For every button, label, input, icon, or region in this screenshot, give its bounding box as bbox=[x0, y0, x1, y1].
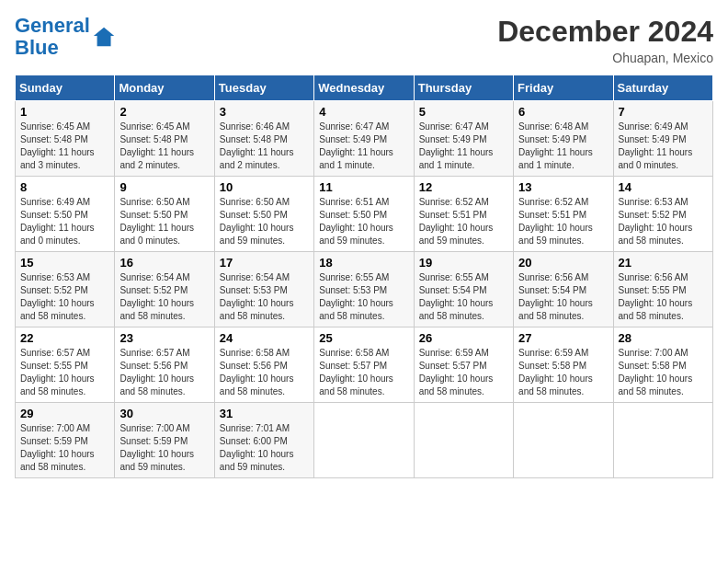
calendar-cell: 14 Sunrise: 6:53 AM Sunset: 5:52 PM Dayl… bbox=[613, 177, 712, 252]
calendar-cell: 10 Sunrise: 6:50 AM Sunset: 5:50 PM Dayl… bbox=[214, 177, 313, 252]
calendar-table: Sunday Monday Tuesday Wednesday Thursday… bbox=[15, 75, 713, 478]
calendar-cell: 23 Sunrise: 6:57 AM Sunset: 5:56 PM Dayl… bbox=[115, 327, 214, 403]
page-header: General Blue December 2024 Ohuapan, Mexi… bbox=[15, 15, 713, 65]
day-number: 12 bbox=[419, 180, 508, 194]
calendar-cell: 30 Sunrise: 7:00 AM Sunset: 5:59 PM Dayl… bbox=[115, 403, 214, 478]
title-area: December 2024 Ohuapan, Mexico bbox=[497, 15, 713, 65]
day-info: Sunrise: 7:00 AM Sunset: 5:59 PM Dayligh… bbox=[119, 422, 209, 474]
day-number: 11 bbox=[319, 180, 408, 194]
calendar-row: 1 Sunrise: 6:45 AM Sunset: 5:48 PM Dayli… bbox=[16, 101, 713, 177]
calendar-cell bbox=[414, 403, 513, 478]
day-number: 21 bbox=[619, 256, 708, 270]
calendar-row: 15 Sunrise: 6:53 AM Sunset: 5:52 PM Dayl… bbox=[16, 252, 713, 327]
day-info: Sunrise: 6:45 AM Sunset: 5:48 PM Dayligh… bbox=[119, 121, 209, 172]
day-info: Sunrise: 6:50 AM Sunset: 5:50 PM Dayligh… bbox=[119, 196, 209, 247]
day-number: 23 bbox=[119, 331, 209, 345]
calendar-cell: 11 Sunrise: 6:51 AM Sunset: 5:50 PM Dayl… bbox=[314, 177, 414, 252]
day-info: Sunrise: 7:00 AM Sunset: 5:58 PM Dayligh… bbox=[619, 347, 708, 398]
day-info: Sunrise: 6:59 AM Sunset: 5:58 PM Dayligh… bbox=[518, 347, 608, 398]
calendar-cell: 2 Sunrise: 6:45 AM Sunset: 5:48 PM Dayli… bbox=[115, 101, 214, 177]
calendar-cell bbox=[314, 403, 414, 478]
calendar-cell: 9 Sunrise: 6:50 AM Sunset: 5:50 PM Dayli… bbox=[115, 177, 214, 252]
day-number: 15 bbox=[20, 256, 109, 270]
day-info: Sunrise: 6:57 AM Sunset: 5:56 PM Dayligh… bbox=[119, 347, 209, 398]
day-number: 26 bbox=[419, 331, 508, 345]
day-info: Sunrise: 6:54 AM Sunset: 5:52 PM Dayligh… bbox=[119, 271, 209, 323]
day-number: 9 bbox=[119, 180, 209, 194]
day-number: 20 bbox=[518, 256, 608, 270]
calendar-cell: 25 Sunrise: 6:58 AM Sunset: 5:57 PM Dayl… bbox=[314, 327, 414, 403]
calendar-cell: 4 Sunrise: 6:47 AM Sunset: 5:49 PM Dayli… bbox=[314, 101, 414, 177]
calendar-row: 29 Sunrise: 7:00 AM Sunset: 5:59 PM Dayl… bbox=[16, 403, 713, 478]
day-number: 16 bbox=[119, 256, 209, 270]
day-info: Sunrise: 6:53 AM Sunset: 5:52 PM Dayligh… bbox=[20, 271, 109, 323]
location: Ohuapan, Mexico bbox=[497, 51, 713, 65]
day-number: 7 bbox=[619, 105, 708, 119]
calendar-row: 22 Sunrise: 6:57 AM Sunset: 5:55 PM Dayl… bbox=[16, 327, 713, 403]
day-number: 27 bbox=[518, 331, 608, 345]
calendar-body: 1 Sunrise: 6:45 AM Sunset: 5:48 PM Dayli… bbox=[16, 101, 713, 478]
day-info: Sunrise: 7:01 AM Sunset: 6:00 PM Dayligh… bbox=[220, 422, 309, 474]
day-info: Sunrise: 7:00 AM Sunset: 5:59 PM Dayligh… bbox=[20, 422, 109, 474]
calendar-row: 8 Sunrise: 6:49 AM Sunset: 5:50 PM Dayli… bbox=[16, 177, 713, 252]
day-number: 19 bbox=[419, 256, 508, 270]
day-number: 14 bbox=[619, 180, 708, 194]
day-info: Sunrise: 6:50 AM Sunset: 5:50 PM Dayligh… bbox=[220, 196, 309, 247]
month-title: December 2024 bbox=[497, 15, 713, 49]
day-number: 10 bbox=[220, 180, 309, 194]
calendar-cell: 15 Sunrise: 6:53 AM Sunset: 5:52 PM Dayl… bbox=[16, 252, 115, 327]
day-info: Sunrise: 6:45 AM Sunset: 5:48 PM Dayligh… bbox=[20, 121, 109, 172]
day-number: 1 bbox=[20, 105, 109, 119]
calendar-cell: 13 Sunrise: 6:52 AM Sunset: 5:51 PM Dayl… bbox=[514, 177, 613, 252]
day-info: Sunrise: 6:55 AM Sunset: 5:53 PM Dayligh… bbox=[319, 271, 408, 323]
day-info: Sunrise: 6:49 AM Sunset: 5:49 PM Dayligh… bbox=[619, 121, 708, 172]
day-info: Sunrise: 6:47 AM Sunset: 5:49 PM Dayligh… bbox=[319, 121, 408, 172]
calendar-cell: 28 Sunrise: 7:00 AM Sunset: 5:58 PM Dayl… bbox=[613, 327, 712, 403]
svg-marker-0 bbox=[94, 28, 114, 47]
logo-text: General Blue bbox=[15, 15, 90, 59]
calendar-cell: 1 Sunrise: 6:45 AM Sunset: 5:48 PM Dayli… bbox=[16, 101, 115, 177]
calendar-cell: 24 Sunrise: 6:58 AM Sunset: 5:56 PM Dayl… bbox=[214, 327, 313, 403]
day-info: Sunrise: 6:55 AM Sunset: 5:54 PM Dayligh… bbox=[419, 271, 508, 323]
day-number: 30 bbox=[119, 407, 209, 420]
day-info: Sunrise: 6:48 AM Sunset: 5:49 PM Dayligh… bbox=[518, 121, 608, 172]
calendar-cell bbox=[613, 403, 712, 478]
logo-icon bbox=[92, 24, 118, 50]
calendar-cell: 22 Sunrise: 6:57 AM Sunset: 5:55 PM Dayl… bbox=[16, 327, 115, 403]
day-number: 24 bbox=[220, 331, 309, 345]
day-info: Sunrise: 6:57 AM Sunset: 5:55 PM Dayligh… bbox=[20, 347, 109, 398]
header-monday: Monday bbox=[115, 75, 214, 101]
calendar-cell: 27 Sunrise: 6:59 AM Sunset: 5:58 PM Dayl… bbox=[514, 327, 613, 403]
day-info: Sunrise: 6:46 AM Sunset: 5:48 PM Dayligh… bbox=[220, 121, 309, 172]
day-number: 5 bbox=[419, 105, 508, 119]
day-number: 13 bbox=[518, 180, 608, 194]
calendar-cell: 8 Sunrise: 6:49 AM Sunset: 5:50 PM Dayli… bbox=[16, 177, 115, 252]
day-info: Sunrise: 6:56 AM Sunset: 5:54 PM Dayligh… bbox=[518, 271, 608, 323]
day-number: 18 bbox=[319, 256, 408, 270]
day-info: Sunrise: 6:49 AM Sunset: 5:50 PM Dayligh… bbox=[20, 196, 109, 247]
header-tuesday: Tuesday bbox=[214, 75, 313, 101]
calendar-cell: 31 Sunrise: 7:01 AM Sunset: 6:00 PM Dayl… bbox=[214, 403, 313, 478]
calendar-cell: 16 Sunrise: 6:54 AM Sunset: 5:52 PM Dayl… bbox=[115, 252, 214, 327]
calendar-cell: 5 Sunrise: 6:47 AM Sunset: 5:49 PM Dayli… bbox=[414, 101, 513, 177]
calendar-cell: 20 Sunrise: 6:56 AM Sunset: 5:54 PM Dayl… bbox=[514, 252, 613, 327]
day-number: 2 bbox=[119, 105, 209, 119]
day-number: 22 bbox=[20, 331, 109, 345]
day-number: 6 bbox=[518, 105, 608, 119]
day-info: Sunrise: 6:47 AM Sunset: 5:49 PM Dayligh… bbox=[419, 121, 508, 172]
day-info: Sunrise: 6:58 AM Sunset: 5:56 PM Dayligh… bbox=[220, 347, 309, 398]
logo: General Blue bbox=[15, 15, 118, 59]
calendar-cell: 18 Sunrise: 6:55 AM Sunset: 5:53 PM Dayl… bbox=[314, 252, 414, 327]
calendar-cell: 17 Sunrise: 6:54 AM Sunset: 5:53 PM Dayl… bbox=[214, 252, 313, 327]
day-number: 29 bbox=[20, 407, 109, 420]
day-number: 3 bbox=[220, 105, 309, 119]
calendar-cell: 3 Sunrise: 6:46 AM Sunset: 5:48 PM Dayli… bbox=[214, 101, 313, 177]
day-info: Sunrise: 6:53 AM Sunset: 5:52 PM Dayligh… bbox=[619, 196, 708, 247]
day-number: 17 bbox=[220, 256, 309, 270]
day-number: 25 bbox=[319, 331, 408, 345]
day-number: 31 bbox=[220, 407, 309, 420]
day-number: 8 bbox=[20, 180, 109, 194]
header-friday: Friday bbox=[514, 75, 613, 101]
calendar-cell: 26 Sunrise: 6:59 AM Sunset: 5:57 PM Dayl… bbox=[414, 327, 513, 403]
header-sunday: Sunday bbox=[16, 75, 115, 101]
